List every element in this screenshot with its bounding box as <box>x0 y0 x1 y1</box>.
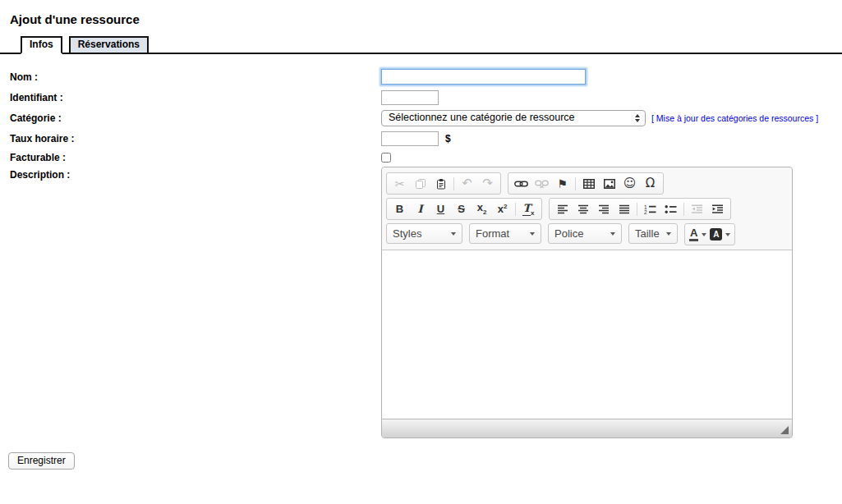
taille-combo-label: Taille <box>635 227 660 240</box>
link-button[interactable] <box>511 174 531 193</box>
table-button[interactable] <box>578 174 599 193</box>
numbered-list-icon: 12 <box>644 204 656 214</box>
redo-icon: ↷ <box>482 177 493 190</box>
image-icon <box>604 179 615 189</box>
taille-combo[interactable]: Taille <box>628 223 678 244</box>
categorie-select[interactable]: Sélectionnez une catégorie de ressource <box>381 110 646 126</box>
redo-button[interactable]: ↷ <box>477 174 498 193</box>
toolbar-separator <box>637 203 637 216</box>
description-label: Description : <box>10 167 381 181</box>
underline-icon: U <box>437 204 444 214</box>
remove-format-icon: Tx <box>522 200 534 217</box>
numbered-list-button[interactable]: 12 <box>640 199 660 218</box>
indent-button[interactable] <box>707 199 728 218</box>
form-row-description: Description : ✂ <box>0 167 842 438</box>
identifiant-input[interactable] <box>381 90 439 105</box>
text-color-icon: A <box>689 227 698 241</box>
indent-icon <box>711 204 724 214</box>
save-button[interactable]: Enregistrer <box>8 452 75 470</box>
cut-button[interactable]: ✂ <box>389 174 410 193</box>
chevron-down-icon <box>530 232 535 236</box>
copy-button[interactable] <box>410 174 430 193</box>
tab-infos[interactable]: Infos <box>21 36 62 54</box>
underline-button[interactable]: U <box>430 199 451 218</box>
toolbar-row-2: B I U S x2 x2 Tx <box>386 198 788 220</box>
link-icon <box>514 180 528 188</box>
svg-text:2: 2 <box>644 209 647 214</box>
subscript-button[interactable]: x2 <box>472 199 492 218</box>
bullet-list-button[interactable] <box>660 199 681 218</box>
chevron-down-icon <box>451 232 456 236</box>
background-color-button[interactable]: A <box>708 225 732 244</box>
styles-combo-label: Styles <box>393 227 421 240</box>
categorie-select-wrap: Sélectionnez une catégorie de ressource <box>381 110 646 126</box>
copy-icon <box>415 178 426 190</box>
undo-button[interactable]: ↶ <box>457 174 477 193</box>
special-char-button[interactable]: Ω <box>640 174 660 193</box>
italic-icon: I <box>417 204 422 214</box>
align-right-icon <box>598 204 610 214</box>
taux-horaire-input[interactable] <box>381 131 439 146</box>
justify-icon <box>619 204 630 214</box>
bold-button[interactable]: B <box>389 199 410 218</box>
outdent-button[interactable] <box>687 199 707 218</box>
align-center-icon <box>577 204 589 214</box>
text-color-button[interactable]: A <box>688 225 708 244</box>
format-combo[interactable]: Format <box>469 223 541 244</box>
chevron-down-icon <box>610 232 615 236</box>
page-title: Ajout d'une ressource <box>10 12 842 26</box>
justify-button[interactable] <box>614 199 634 218</box>
clipboard-group: ✂ ↶ ↷ <box>386 172 501 195</box>
strikethrough-icon: S <box>458 204 465 214</box>
nom-input[interactable] <box>381 69 586 85</box>
form-row-taux: Taux horaire : $ <box>0 128 842 149</box>
unlink-button[interactable] <box>531 174 552 193</box>
align-right-button[interactable] <box>593 199 614 218</box>
toolbar-separator <box>575 177 576 190</box>
chevron-down-icon <box>725 233 730 236</box>
align-left-button[interactable] <box>552 199 573 218</box>
smiley-button[interactable]: ☺ <box>619 174 640 193</box>
links-insert-group: ⚑ ☺ Ω <box>508 172 664 195</box>
anchor-button[interactable]: ⚑ <box>552 174 573 193</box>
remove-format-button[interactable]: Tx <box>518 199 539 218</box>
align-center-button[interactable] <box>573 199 593 218</box>
toolbar-row-3: Styles Format Police Taille <box>386 223 788 245</box>
facturable-checkbox[interactable] <box>381 153 391 163</box>
align-left-icon <box>557 204 568 214</box>
background-color-icon: A <box>710 228 722 241</box>
tab-reservations[interactable]: Réservations <box>69 36 149 53</box>
subscript-icon: x2 <box>477 202 487 216</box>
resize-handle-icon[interactable] <box>780 426 789 434</box>
taux-horaire-label: Taux horaire : <box>10 133 381 144</box>
currency-suffix: $ <box>445 133 451 144</box>
bullet-list-icon <box>665 204 677 214</box>
cut-icon: ✂ <box>395 178 405 190</box>
anchor-flag-icon: ⚑ <box>557 178 568 190</box>
police-combo[interactable]: Police <box>548 223 622 244</box>
table-icon <box>583 179 595 189</box>
form-row-identifiant: Identifiant : <box>0 87 842 108</box>
italic-button[interactable]: I <box>410 199 430 218</box>
paste-icon <box>435 178 447 190</box>
nom-label: Nom : <box>10 71 381 83</box>
rich-text-editor: ✂ ↶ ↷ <box>381 167 793 438</box>
strikethrough-button[interactable]: S <box>451 199 472 218</box>
image-button[interactable] <box>599 174 619 193</box>
format-combo-label: Format <box>476 227 509 240</box>
chevron-down-icon <box>702 233 706 236</box>
form-row-nom: Nom : <box>0 66 842 87</box>
toolbar-separator <box>683 203 684 216</box>
undo-icon: ↶ <box>462 177 472 190</box>
superscript-button[interactable]: x2 <box>492 199 513 218</box>
omega-icon: Ω <box>646 177 655 190</box>
styles-combo[interactable]: Styles <box>386 223 462 244</box>
basicstyles-group: B I U S x2 x2 Tx <box>386 198 542 220</box>
categorie-label: Catégorie : <box>10 112 381 124</box>
categorie-update-link[interactable]: [ Mise à jour des catégories de ressourc… <box>651 113 818 123</box>
bold-icon: B <box>396 204 403 214</box>
editor-content[interactable] <box>382 250 792 419</box>
chevron-down-icon <box>666 232 671 236</box>
paste-button[interactable] <box>430 174 451 193</box>
tab-bar: Infos Réservations <box>0 37 842 54</box>
